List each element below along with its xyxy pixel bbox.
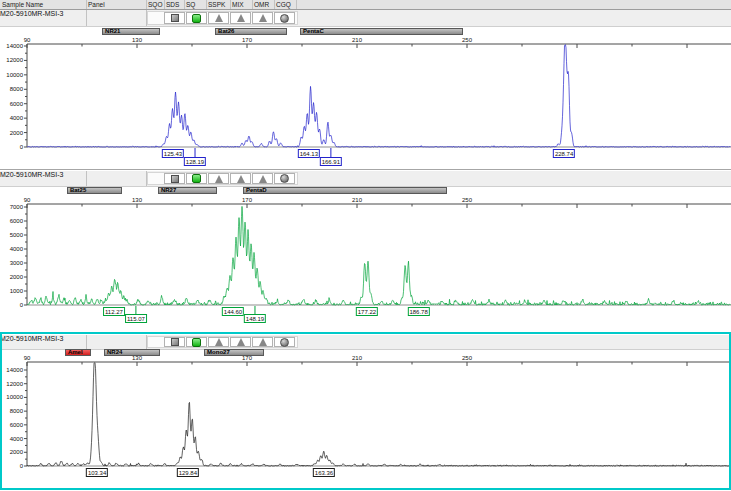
- panel-boundary: [0, 169, 731, 170]
- peak-size-label[interactable]: 186.78: [407, 307, 429, 316]
- header-separator: [86, 0, 87, 9]
- gray-sphere-icon: [280, 14, 289, 23]
- svg-text:6000: 6000: [10, 101, 24, 107]
- marker-bar-nr21: NR21: [102, 28, 160, 35]
- flag-omr[interactable]: [252, 12, 273, 24]
- marker-bar-amel: Amel: [65, 349, 91, 356]
- gray-triangle-icon: [237, 338, 245, 346]
- gray-triangle-icon: [215, 14, 223, 22]
- flag-sspk[interactable]: [208, 12, 229, 24]
- header-separator: [252, 0, 253, 9]
- marker-bar-bat26: Bat26: [215, 28, 287, 35]
- header-separator: [146, 0, 147, 9]
- fragment-analysis-plot-window: Sample NamePanelSQOSDSSQSSPKMIXOMRCGQ 90…: [0, 0, 731, 491]
- svg-text:2000: 2000: [10, 449, 24, 455]
- marker-bar-pentac: PentaC: [300, 28, 463, 35]
- flag-sq[interactable]: [186, 12, 207, 24]
- svg-text:2000: 2000: [10, 274, 24, 280]
- marker-bar-nr27: NR27: [158, 187, 217, 194]
- marker-bar-pentad: PentaD: [243, 187, 447, 194]
- sample-name: M20-5910: [0, 171, 32, 178]
- flag-sds[interactable]: [164, 12, 185, 24]
- svg-text:250: 250: [462, 355, 473, 361]
- flag-sq[interactable]: [186, 173, 207, 184]
- svg-text:130: 130: [132, 37, 143, 43]
- svg-text:0: 0: [20, 463, 24, 469]
- marker-label: PentaC: [303, 28, 324, 34]
- marker-label: Mono27: [207, 349, 230, 355]
- gray-cube-icon: [171, 338, 179, 346]
- gray-cube-icon: [171, 175, 179, 183]
- svg-text:8000: 8000: [10, 408, 24, 414]
- column-header-sample-name: Sample Name: [2, 1, 43, 8]
- flag-mix[interactable]: [230, 12, 251, 24]
- gray-sphere-icon: [280, 338, 289, 347]
- peak-size-label[interactable]: 166.91: [320, 157, 342, 166]
- svg-text:90: 90: [24, 197, 31, 203]
- peak-size-label[interactable]: 228.74: [553, 149, 575, 158]
- flag-omr[interactable]: [252, 173, 273, 184]
- gray-cube-icon: [171, 14, 179, 22]
- svg-text:12000: 12000: [6, 381, 23, 387]
- sample-row-separator: [86, 10, 87, 26]
- gray-sphere-icon: [280, 174, 289, 183]
- panel-name: MR-MSI-3: [32, 10, 64, 17]
- header-separator: [164, 0, 165, 9]
- flag-mix[interactable]: [230, 337, 251, 347]
- flag-sq[interactable]: [186, 337, 207, 347]
- svg-text:210: 210: [352, 37, 363, 43]
- svg-text:0: 0: [20, 302, 24, 308]
- sample-row[interactable]: M20-5910MR-MSI-3: [0, 171, 731, 187]
- plot-area[interactable]: [27, 44, 731, 147]
- peak-size-label[interactable]: 148.19: [244, 314, 266, 323]
- flag-cgq[interactable]: [274, 337, 295, 347]
- marker-label: NR21: [105, 28, 120, 34]
- flag-sds[interactable]: [164, 337, 185, 347]
- peak-size-label[interactable]: 163.36: [313, 468, 335, 477]
- flag-sspk[interactable]: [208, 173, 229, 184]
- svg-text:0: 0: [20, 144, 24, 150]
- peak-size-label[interactable]: 128.19: [184, 157, 206, 166]
- gray-triangle-icon: [237, 175, 245, 183]
- svg-text:2000: 2000: [10, 130, 24, 136]
- marker-bar-mono27: Mono27: [204, 349, 264, 356]
- flag-mix[interactable]: [230, 173, 251, 184]
- svg-text:10000: 10000: [6, 394, 23, 400]
- svg-text:90: 90: [24, 355, 31, 361]
- peak-size-label[interactable]: 125.43: [162, 149, 184, 158]
- header-separator: [274, 0, 275, 9]
- peak-size-label[interactable]: 164.13: [298, 149, 320, 158]
- green-square-icon: [192, 174, 201, 183]
- column-header-sds: SDS: [166, 1, 179, 8]
- svg-text:1000: 1000: [10, 288, 24, 294]
- panel-name: MR-MSI-3: [32, 335, 64, 342]
- plot-area[interactable]: [27, 204, 731, 305]
- flag-cgq[interactable]: [274, 12, 295, 24]
- peak-size-label[interactable]: 103.34: [86, 468, 108, 477]
- svg-text:8000: 8000: [10, 86, 24, 92]
- gray-triangle-icon: [259, 14, 267, 22]
- marker-bar-nr24: NR24: [104, 349, 160, 356]
- flag-sds[interactable]: [164, 173, 185, 184]
- svg-text:170: 170: [242, 37, 253, 43]
- flag-cgq[interactable]: [274, 173, 295, 184]
- svg-text:250: 250: [462, 37, 473, 43]
- green-square-icon: [192, 14, 201, 23]
- flag-sspk[interactable]: [208, 337, 229, 347]
- peak-size-label[interactable]: 115.07: [125, 314, 147, 323]
- sample-row[interactable]: M20-5910MR-MSI-3: [0, 10, 731, 27]
- svg-text:4000: 4000: [10, 436, 24, 442]
- flag-omr[interactable]: [252, 337, 273, 347]
- sample-row-separator: [86, 335, 87, 349]
- sample-row[interactable]: M20-5910MR-MSI-3: [0, 335, 731, 350]
- plot-area[interactable]: [27, 362, 731, 466]
- peak-size-label[interactable]: 177.22: [356, 307, 378, 316]
- peak-size-label[interactable]: 129.84: [177, 468, 199, 477]
- peak-size-label[interactable]: 144.60: [222, 307, 244, 316]
- svg-text:250: 250: [462, 197, 473, 203]
- sample-row-separator: [86, 171, 87, 186]
- marker-bar-bat25: Bat25: [67, 187, 122, 194]
- peak-size-label[interactable]: 112.27: [103, 307, 125, 316]
- marker-label: NR24: [107, 349, 122, 355]
- gray-triangle-icon: [259, 175, 267, 183]
